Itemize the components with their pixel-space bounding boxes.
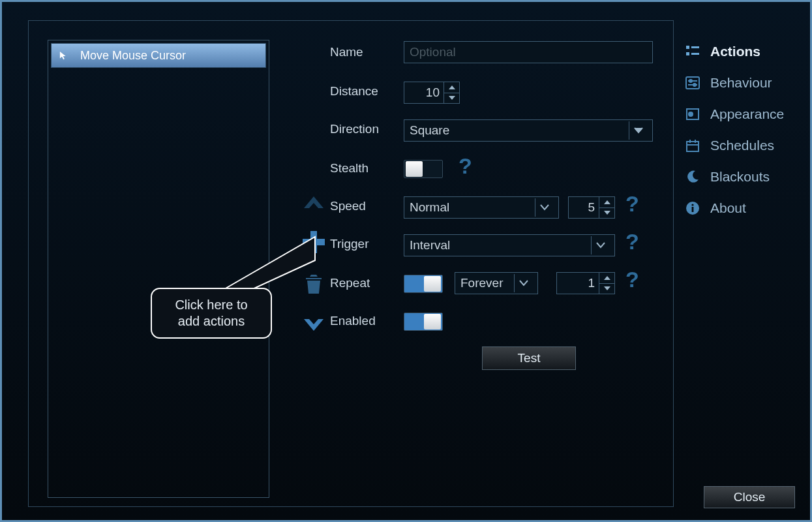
repeat-toggle[interactable]	[404, 275, 443, 293]
sidebar-item-label: About	[710, 200, 746, 216]
svg-rect-0	[686, 46, 689, 49]
add-actions-tooltip: Click here to add actions	[151, 288, 272, 339]
test-button[interactable]: Test	[482, 346, 576, 370]
direction-value: Square	[410, 123, 449, 138]
svg-rect-3	[691, 53, 699, 55]
speed-up[interactable]	[599, 197, 614, 208]
appearance-icon	[683, 104, 702, 124]
speed-selected: Normal	[410, 200, 449, 215]
svg-rect-4	[686, 77, 699, 89]
svg-rect-16	[692, 207, 694, 212]
repeat-count: 1	[557, 276, 599, 290]
sidebar-nav: Actions Behaviour Appearance Schedules B…	[683, 36, 807, 224]
info-icon	[683, 198, 702, 218]
svg-point-8	[693, 84, 696, 86]
distance-label: Distance	[330, 84, 398, 99]
speed-value: 5	[569, 200, 599, 215]
chevron-down-icon	[535, 198, 553, 217]
trigger-value: Interval	[410, 238, 450, 253]
speed-stepper[interactable]: 5	[568, 196, 615, 219]
sidebar-item-label: Appearance	[710, 106, 784, 122]
distance-down[interactable]	[444, 93, 459, 104]
move-up-button[interactable]	[299, 189, 328, 217]
sidebar-item-behaviour[interactable]: Behaviour	[683, 67, 807, 99]
svg-point-10	[688, 112, 693, 117]
cursor-icon	[59, 50, 71, 61]
sidebar-item-appearance[interactable]: Appearance	[683, 99, 807, 130]
sidebar-item-label: Schedules	[710, 138, 774, 153]
sidebar-item-blackouts[interactable]: Blackouts	[683, 161, 807, 192]
speed-label: Speed	[330, 199, 398, 213]
repeat-mode-select[interactable]: Forever	[455, 272, 538, 294]
calendar-icon	[683, 136, 702, 155]
move-down-button[interactable]	[299, 310, 328, 339]
action-item-move-mouse[interactable]: Move Mouse Cursor	[51, 43, 266, 68]
action-item-label: Move Mouse Cursor	[80, 49, 186, 63]
test-button-label: Test	[518, 351, 541, 365]
chevron-down-icon	[629, 121, 647, 140]
name-label: Name	[330, 45, 398, 59]
repeat-count-up[interactable]	[599, 273, 614, 284]
stealth-toggle[interactable]	[404, 160, 443, 178]
svg-rect-11	[687, 142, 699, 151]
distance-stepper[interactable]: 10	[404, 82, 460, 104]
sidebar-item-actions[interactable]: Actions	[683, 36, 807, 67]
add-action-button[interactable]	[299, 228, 328, 256]
enabled-label: Enabled	[330, 314, 398, 328]
help-icon[interactable]: ?	[459, 153, 472, 179]
repeat-count-stepper[interactable]: 1	[556, 272, 615, 294]
help-icon[interactable]: ?	[625, 229, 639, 254]
chevron-down-icon	[591, 236, 609, 254]
stealth-label: Stealth	[330, 161, 398, 176]
svg-point-17	[691, 204, 693, 206]
actions-icon	[683, 42, 702, 61]
name-input[interactable]	[404, 41, 653, 63]
chevron-down-icon	[514, 274, 532, 292]
repeat-mode: Forever	[460, 276, 503, 290]
help-icon[interactable]: ?	[625, 267, 639, 292]
enabled-toggle[interactable]	[404, 313, 443, 331]
direction-label: Direction	[330, 122, 398, 136]
direction-select[interactable]: Square	[404, 119, 653, 142]
trigger-select[interactable]: Interval	[404, 234, 615, 256]
speed-select[interactable]: Normal	[404, 196, 559, 219]
repeat-count-down[interactable]	[599, 284, 614, 294]
tooltip-line2: add actions	[178, 314, 245, 328]
close-button[interactable]: Close	[704, 486, 795, 508]
svg-point-6	[689, 80, 692, 82]
sidebar-item-label: Behaviour	[710, 75, 772, 91]
sidebar-item-label: Actions	[710, 44, 760, 59]
delete-action-button[interactable]	[299, 269, 328, 298]
distance-up[interactable]	[444, 82, 459, 93]
trigger-label: Trigger	[330, 237, 398, 251]
sidebar-item-label: Blackouts	[710, 169, 770, 185]
repeat-label: Repeat	[330, 276, 398, 290]
window-frame: Move Mouse Cursor Name Distance Directio…	[0, 0, 812, 522]
sidebar-item-schedules[interactable]: Schedules	[683, 130, 807, 161]
close-button-label: Close	[734, 490, 766, 504]
svg-rect-1	[691, 46, 699, 48]
distance-value: 10	[404, 85, 444, 100]
speed-down[interactable]	[599, 208, 614, 219]
svg-rect-2	[686, 52, 689, 55]
help-icon[interactable]: ?	[625, 191, 639, 217]
sidebar-item-about[interactable]: About	[683, 192, 807, 224]
sliders-icon	[683, 73, 702, 93]
actions-list: Move Mouse Cursor	[48, 40, 269, 498]
tooltip-line1: Click here to	[175, 298, 247, 312]
moon-icon	[683, 167, 702, 187]
